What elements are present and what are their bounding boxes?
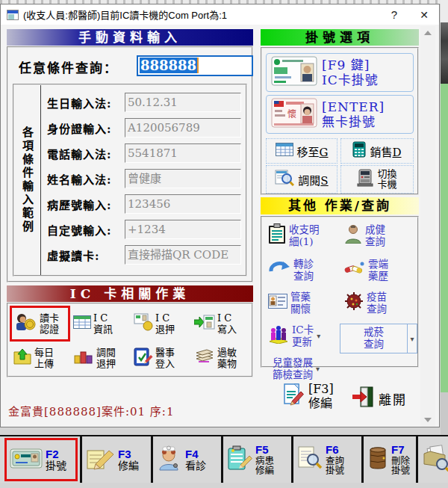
blocks-icon [73, 348, 94, 368]
svg-text:懷: 懷 [287, 109, 296, 120]
switch-card-machine-button[interactable]: 切換卡機 [340, 165, 414, 194]
quit-smoking-query-button[interactable]: 戒菸查詢 ▾ [340, 324, 417, 353]
scroll-down-button[interactable] [420, 413, 435, 427]
phone-field[interactable]: 5541871 [125, 143, 241, 163]
help-button[interactable]: ? [379, 4, 409, 25]
toolbar-f5-patient-edit-button[interactable]: F5 病患 修編 [224, 438, 290, 481]
field-label: 虛擬讀卡: [47, 247, 125, 263]
magnifier-document-icon [275, 170, 294, 189]
review-refund-button[interactable]: 調閱退押 [70, 342, 131, 374]
ic-refund-button[interactable]: I C退押 [131, 306, 191, 342]
register-options-header: 掛號選項 [261, 29, 419, 46]
birthday-field[interactable]: 50.12.31 [125, 93, 241, 112]
title-bar[interactable]: (收支人員:郝醫師)目前IC讀卡機的Com Port為:1 ? ✕ [1, 4, 439, 25]
exit-button[interactable]: 離開 [352, 386, 407, 410]
app-icon [7, 10, 19, 20]
adult-health-query-button[interactable]: 成健查詢 [344, 223, 385, 247]
vertical-scrollbar[interactable] [420, 26, 435, 427]
child-development-screening-button[interactable]: 兒童發展篩檢查詢 ▾ [273, 356, 320, 380]
toolbar-separator [416, 436, 418, 483]
toolbar-fkey: F3 [118, 448, 139, 460]
f3-edit-button[interactable]: [F3]修編 [283, 382, 334, 410]
referral-query-button[interactable]: 轉診查詢 [268, 258, 314, 282]
chevron-down-icon[interactable]: ▾ [317, 332, 320, 340]
sale-d-button[interactable]: 銷售D [340, 138, 414, 164]
close-button[interactable]: ✕ [409, 4, 439, 25]
chart-no-field[interactable]: 123456 [125, 194, 241, 214]
toolbar-f4-consult-button[interactable]: F4 看診 [154, 438, 220, 481]
enter-no-card-register-button[interactable]: 懷 [ENTER]無卡掛號 [266, 95, 414, 134]
field-row-birthday: 生日輸入法: 50.12.31 [47, 90, 241, 115]
o-btn-line1: 成健 [365, 223, 385, 235]
ic-btn-line1: 過敏 [217, 347, 237, 358]
view-hotkey: S [320, 174, 328, 188]
read-card-auth-button[interactable]: 讀卡認證 [10, 306, 70, 342]
toolbar-partial-button[interactable] [420, 438, 448, 481]
vaccine-query-button[interactable]: 疫苗查詢 [344, 291, 387, 315]
card-reader-icon [10, 446, 43, 473]
enter-line2: 無卡掛號 [322, 114, 376, 129]
daily-upload-button[interactable]: 每日上傳 [10, 342, 70, 374]
cloud-medication-button[interactable]: 雲端藥歷 [344, 258, 388, 282]
child-line2: 篩檢查詢 [273, 368, 313, 380]
o-btn-line1: 管藥 [290, 291, 311, 303]
query-selected-text: 888888 [140, 58, 199, 73]
custom-no-field[interactable]: +1234 [125, 220, 241, 239]
o-btn-line1: 雲端 [368, 258, 388, 270]
toolbar-fkey: F2 [46, 448, 66, 460]
virtual-card-field[interactable]: 直接掃描QR CODE [125, 245, 241, 265]
nhi-card-icon [271, 56, 317, 89]
toolbar-f3-edit-button[interactable]: F3 修編 [84, 438, 149, 481]
ic-btn-line2: 退押 [96, 358, 116, 369]
o-btn-line2: 查詢 [367, 303, 387, 315]
toolbar-f7-delete-register-button[interactable]: F7 刪除 掛號 [364, 438, 414, 481]
field-row-virtual-card: 虛擬讀卡: 直接掃描QR CODE [47, 242, 241, 268]
medical-login-button[interactable]: 醫事登入 [131, 342, 191, 374]
toolbar-f6-query-register-button[interactable]: F6 查詢 掛號 [294, 438, 360, 481]
other-section-panel: 收支明細(1) 成健查詢 轉診查詢 雲端藥歷 [261, 216, 419, 368]
query-input[interactable]: 888888 [137, 55, 253, 76]
goto-g-button[interactable]: 移至G [266, 138, 337, 164]
controlled-drug-care-button[interactable]: 管藥關懷 [268, 291, 311, 315]
curved-arrow-icon [268, 259, 290, 280]
manual-input-panel: 任意條件查詢： 888888 各項條件輸入範例 生日輸入法: 50.12.31 … [7, 46, 253, 282]
person-list-icon [268, 294, 287, 312]
view-label: 調閱 [298, 174, 320, 188]
quit-dropdown[interactable]: ▾ [407, 324, 417, 353]
calculator-icon [352, 141, 366, 161]
f9-ic-card-register-button[interactable]: [F9 鍵]IC卡掛號 [266, 53, 414, 92]
folder-search-icon [423, 445, 448, 475]
card-coin-icon [134, 313, 153, 334]
ic-button-grid: 讀卡認證 I C資訊 I C退押 [10, 306, 252, 374]
field-row-name: 姓名輸入法: 曾健康 [47, 166, 241, 191]
chevron-down-icon[interactable]: ▾ [316, 365, 320, 373]
ic-info-button[interactable]: I C資訊 [70, 306, 131, 342]
ic-card-update-button[interactable]: IC卡更新 ▾ [268, 324, 320, 348]
query-row: 任意條件查詢： 888888 [8, 55, 252, 78]
o-btn-line2: 細(1) [289, 235, 314, 247]
field-row-id: 身份證輸入: A120056789 [47, 115, 241, 140]
document-edit-icon [283, 383, 305, 410]
id-field[interactable]: A120056789 [125, 118, 241, 138]
income-detail-button[interactable]: 收支明細(1) [268, 223, 320, 247]
clipboard-icon [268, 223, 286, 247]
sliver-dark [441, 22, 448, 84]
grid-table-icon [276, 143, 293, 159]
manual-input-header: 手動資料輸入 [7, 29, 253, 46]
window-title: (收支人員:郝醫師)目前IC讀卡機的Com Port為:1 [23, 7, 379, 22]
bottom-toolbar: F2 掛號 F3 修編 F4 看診 F5 病患 修編 [0, 435, 448, 483]
switch-line1: 切換 [377, 168, 396, 179]
view-s-button[interactable]: 調閱S [266, 165, 337, 194]
triangle-up-icon [424, 31, 432, 35]
o-btn-line2: 更新 [292, 336, 312, 348]
scroll-up-button[interactable] [420, 26, 435, 40]
allergy-drug-button[interactable]: 過敏藥物 [191, 342, 252, 374]
toolbar-f2-register-button[interactable]: F2 掛號 [4, 438, 78, 481]
field-label: 身份證輸入: [47, 120, 125, 136]
ic-write-button[interactable]: I C寫入 [191, 306, 252, 342]
ic-btn-line1: 醫事 [155, 347, 175, 358]
name-field[interactable]: 曾健康 [125, 169, 241, 188]
ic-section-header: IC 卡相關作業 [7, 285, 253, 302]
main-window: (收支人員:郝醫師)目前IC讀卡機的Com Port為:1 ? ✕ 手動資料輸入… [0, 4, 440, 427]
exit-label: 離開 [379, 389, 407, 408]
